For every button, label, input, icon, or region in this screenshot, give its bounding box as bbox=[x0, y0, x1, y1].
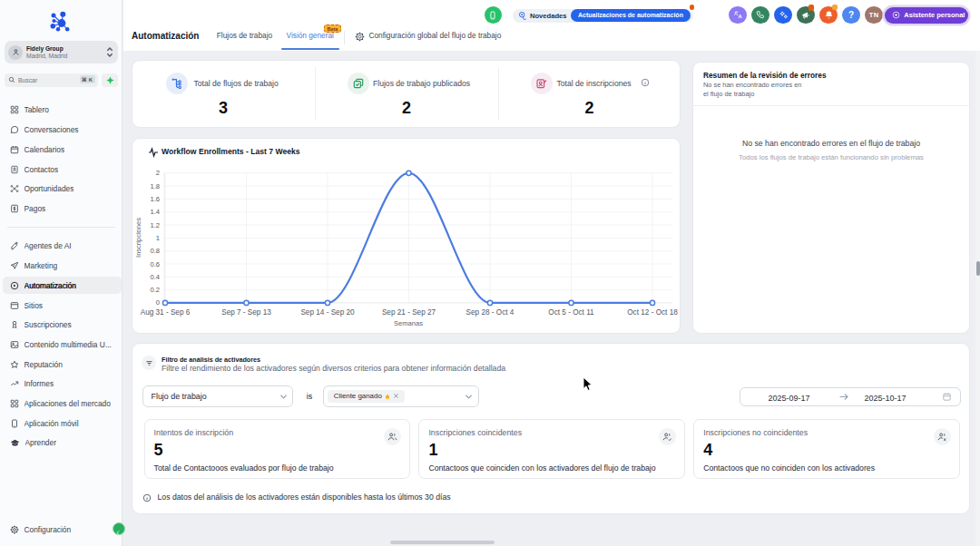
svg-text:2: 2 bbox=[156, 169, 160, 177]
svg-text:1: 1 bbox=[156, 234, 160, 242]
svg-text:1.6: 1.6 bbox=[150, 195, 160, 203]
svg-text:Sep 14 - Sep 20: Sep 14 - Sep 20 bbox=[300, 308, 355, 317]
svg-text:0.2: 0.2 bbox=[150, 286, 160, 294]
svg-text:Inscripciones: Inscripciones bbox=[134, 218, 142, 258]
svg-text:Sep 21 - Sep 27: Sep 21 - Sep 27 bbox=[382, 308, 436, 317]
svg-text:0.4: 0.4 bbox=[150, 273, 160, 281]
svg-text:Oct 5 - Oct 11: Oct 5 - Oct 11 bbox=[548, 308, 594, 317]
svg-text:1.2: 1.2 bbox=[150, 221, 160, 229]
svg-text:Aug 31 - Sep 6: Aug 31 - Sep 6 bbox=[141, 308, 191, 317]
svg-text:Semanas: Semanas bbox=[394, 319, 423, 327]
svg-text:Oct 12 - Oct 18: Oct 12 - Oct 18 bbox=[627, 308, 678, 317]
svg-text:0.6: 0.6 bbox=[150, 260, 160, 268]
svg-text:1.4: 1.4 bbox=[150, 208, 160, 216]
svg-text:1.8: 1.8 bbox=[150, 182, 160, 190]
svg-text:0.8: 0.8 bbox=[150, 247, 160, 255]
svg-text:Sep 28 - Oct 4: Sep 28 - Oct 4 bbox=[466, 308, 514, 317]
svg-text:Sep 7 - Sep 13: Sep 7 - Sep 13 bbox=[221, 308, 271, 317]
svg-text:0: 0 bbox=[156, 298, 160, 307]
